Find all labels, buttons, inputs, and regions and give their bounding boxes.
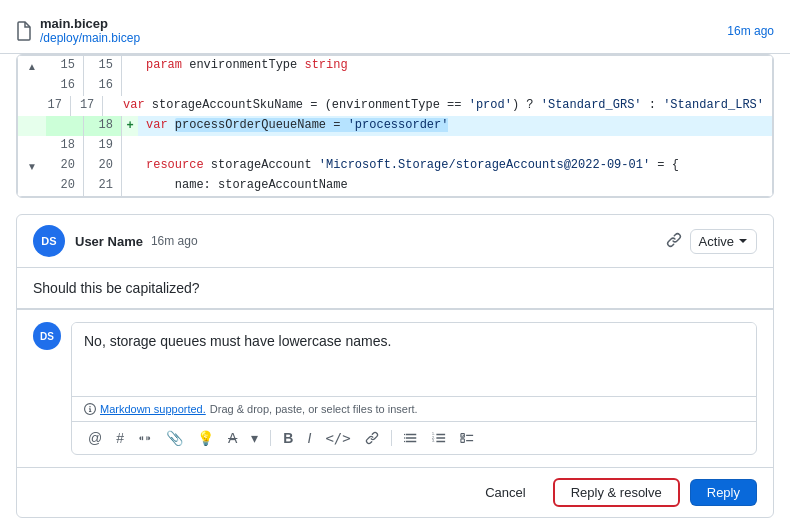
info-icon (84, 403, 96, 415)
file-header: main.bicep /deploy/main.bicep 16m ago (0, 8, 790, 54)
code-content (138, 76, 772, 96)
toolbar-bold[interactable]: B (279, 428, 297, 448)
svg-point-0 (404, 434, 405, 435)
code-section: ▲ 15 15 param environmentType string 16 … (16, 54, 774, 198)
comment-body: Should this be capitalized? (17, 268, 773, 308)
code-row: 18 19 (18, 136, 772, 156)
code-row: ▲ 15 15 param environmentType string (18, 56, 772, 76)
code-content: resource storageAccount 'Microsoft.Stora… (138, 156, 772, 176)
reply-area: DS Markdown supported. Drag & drop, past… (17, 309, 773, 467)
cancel-button[interactable]: Cancel (468, 479, 542, 506)
code-content: var storageAccountSkuName = (environment… (115, 96, 772, 116)
toolbar-ref[interactable]: ⁌⁍ (134, 429, 156, 448)
code-row: 16 16 (18, 76, 772, 96)
avatar: DS (33, 225, 65, 257)
status-badge[interactable]: Active (690, 229, 757, 254)
toolbar-list-unordered[interactable] (400, 429, 422, 447)
toolbar-code[interactable]: </> (321, 428, 354, 448)
line-num-right: 15 (84, 56, 122, 76)
line-num-left (46, 116, 84, 136)
code-row: 17 17 var storageAccountSkuName = (envir… (18, 96, 772, 116)
line-num-right: 18 (84, 116, 122, 136)
toolbar-divider (270, 430, 271, 446)
line-num-left: 20 (46, 156, 84, 176)
code-content (138, 136, 772, 156)
toolbar-link[interactable] (361, 429, 383, 447)
svg-point-1 (404, 437, 405, 438)
toolbar-header[interactable]: # (112, 428, 128, 448)
file-time: 16m ago (727, 24, 774, 38)
chevron-down-icon (738, 236, 748, 246)
toolbar-idea[interactable]: 💡 (193, 428, 218, 448)
toolbar-chevron[interactable]: ▾ (247, 428, 262, 448)
line-num-left: 15 (46, 56, 84, 76)
toolbar-attach[interactable]: 📎 (162, 428, 187, 448)
line-num-right: 16 (84, 76, 122, 96)
file-path: /deploy/main.bicep (40, 31, 140, 45)
comment-thread: DS User Name 16m ago Active Should this … (16, 214, 774, 518)
line-indicator: + (122, 116, 138, 136)
toolbar-italic[interactable]: I (303, 428, 315, 448)
file-icon (16, 21, 32, 41)
markdown-extra: Drag & drop, paste, or select files to i… (210, 403, 418, 415)
username: User Name (75, 234, 143, 249)
comment-header: DS User Name 16m ago Active (17, 215, 773, 268)
file-info: main.bicep /deploy/main.bicep (16, 16, 140, 45)
reply-resolve-button[interactable]: Reply & resolve (553, 478, 680, 507)
comment-meta: User Name 16m ago (75, 234, 656, 249)
markdown-link[interactable]: Markdown supported. (100, 403, 206, 415)
reply-actions: Cancel Reply & resolve Reply (17, 467, 773, 517)
code-content: var processOrderQueueName = 'processorde… (138, 116, 772, 136)
expand-button[interactable]: ▼ (18, 156, 46, 176)
collapse-button[interactable]: ▲ (18, 56, 46, 76)
comment-time: 16m ago (151, 234, 198, 248)
svg-point-2 (404, 441, 405, 442)
line-indicator (122, 156, 138, 176)
line-indicator (122, 76, 138, 96)
line-indicator (103, 96, 115, 116)
reply-box: Markdown supported. Drag & drop, paste, … (71, 322, 757, 455)
status-label: Active (699, 234, 734, 249)
toolbar-task-list[interactable] (456, 429, 478, 447)
reply-button[interactable]: Reply (690, 479, 757, 506)
line-indicator (122, 136, 138, 156)
code-row: 20 21 name: storageAccountName (18, 176, 772, 196)
line-num-right: 17 (71, 96, 103, 116)
code-content: name: storageAccountName (138, 176, 772, 196)
line-num-left: 16 (46, 76, 84, 96)
toolbar-divider-2 (391, 430, 392, 446)
code-content: param environmentType string (138, 56, 772, 76)
reply-avatar: DS (33, 322, 61, 350)
file-name: main.bicep (40, 16, 140, 31)
line-num-left: 17 (39, 96, 71, 116)
svg-rect-7 (461, 439, 465, 443)
code-row-added: 18 + var processOrderQueueName = 'proces… (18, 116, 772, 136)
link-icon[interactable] (666, 232, 682, 251)
line-num-left: 20 (46, 176, 84, 196)
toolbar-mention[interactable]: @ (84, 428, 106, 448)
svg-text:3.: 3. (432, 439, 435, 443)
toolbar: @ # ⁌⁍ 📎 💡 A ▾ B I </> (72, 421, 756, 454)
line-indicator (122, 56, 138, 76)
line-num-right: 19 (84, 136, 122, 156)
line-indicator (122, 176, 138, 196)
line-num-right: 21 (84, 176, 122, 196)
line-num-left: 18 (46, 136, 84, 156)
toolbar-strikethrough[interactable]: A (224, 428, 241, 448)
reply-textarea[interactable] (72, 323, 756, 393)
line-num-right: 20 (84, 156, 122, 176)
code-row: ▼ 20 20 resource storageAccount 'Microso… (18, 156, 772, 176)
markdown-info: Markdown supported. Drag & drop, paste, … (72, 396, 756, 421)
toolbar-list-ordered[interactable]: 1.2.3. (428, 429, 450, 447)
comment-actions: Active (666, 229, 757, 254)
